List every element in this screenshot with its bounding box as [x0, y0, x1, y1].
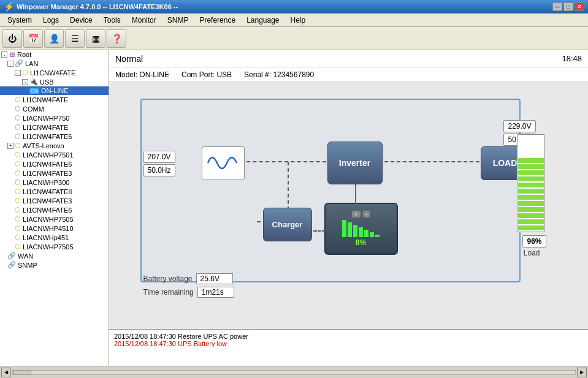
time-remaining-value: 1m21s: [197, 287, 234, 298]
liac7501-label: LIACNWHP7501: [23, 151, 74, 159]
sidebar-item-li1-4[interactable]: ⬡ LI1CNW4FATE6: [0, 132, 109, 141]
help-button[interactable]: ❓: [107, 29, 126, 48]
schedule-button[interactable]: 📅: [23, 29, 43, 48]
menu-tools[interactable]: Tools: [99, 15, 126, 26]
sidebar-item-avts[interactable]: + ⬡ AVTS-Lenovo: [0, 141, 109, 150]
minimize-button[interactable]: —: [552, 2, 562, 11]
battery-voltage-label: Battery voltage: [143, 274, 193, 283]
status-bar: Normal 18:48: [109, 50, 588, 67]
scroll-left-arrow[interactable]: ◀: [1, 368, 11, 377]
user-button[interactable]: 👤: [44, 29, 64, 48]
menu-language[interactable]: Language: [242, 15, 284, 26]
time-remaining-label: Time remaining: [143, 288, 194, 297]
li1-label-7: LI1CNW4FATE3: [23, 170, 72, 177]
scrollbar[interactable]: ◀ ▶: [0, 366, 588, 378]
sidebar-item-li1-ii[interactable]: ⬡ LI1CNW4FATEII: [0, 187, 109, 196]
serial-info: Serial #: 1234567890: [244, 70, 314, 79]
sidebar-item-li1-7[interactable]: ⬡ LI1CNW4FATE3: [0, 168, 109, 178]
li1-label-ii: LI1CNW4FATEII: [23, 188, 72, 195]
menu-system[interactable]: System: [2, 15, 37, 26]
li1-label-6: LI1CNW4FATE6: [23, 161, 72, 168]
log-entry-1: 2015/12/08 18:47:30 Restore UPS AC power: [114, 333, 583, 340]
sidebar-item-li1-1[interactable]: - ⬡ LI1CNW4FATE: [0, 68, 109, 77]
sidebar-item-liac7501[interactable]: ⬡ LIACNWHP7501: [0, 150, 109, 159]
sidebar-item-snmp[interactable]: 🔗 SNMP: [0, 260, 109, 270]
liac300-label: LIACNWHP300: [23, 179, 69, 186]
titlebar-controls[interactable]: — □ ✕: [552, 2, 584, 11]
maximize-button[interactable]: □: [563, 2, 573, 11]
comm-label: COMM: [23, 105, 44, 113]
lan-label: LAN: [25, 60, 38, 67]
sidebar-item-li1-6[interactable]: ⬡ LI1CNW4FATE6: [0, 159, 109, 168]
expand-avts[interactable]: +: [7, 143, 13, 149]
battery-voltage-value: 25.6V: [196, 273, 233, 284]
node-icon-11: ⬡: [15, 197, 21, 205]
sidebar-item-liac4510[interactable]: ⬡ LIACNWHP4510: [0, 224, 109, 233]
sidebar-item-online[interactable]: ON ON-LINE: [0, 86, 109, 95]
menu-monitor[interactable]: Monitor: [127, 15, 161, 26]
menu-preference[interactable]: Preference: [194, 15, 240, 26]
node-icon-8: ⬡: [15, 169, 21, 177]
li1-label-2: LI1CNW4FATE: [23, 96, 68, 104]
sidebar-item-liac451[interactable]: ⬡ LIACNWHp451: [0, 233, 109, 242]
liac7505-label: LIACNWHP7505: [23, 216, 74, 223]
power-button[interactable]: ⏻: [2, 29, 22, 48]
menu-device[interactable]: Device: [65, 15, 97, 26]
expand-li1[interactable]: -: [15, 70, 21, 76]
close-button[interactable]: ✕: [575, 2, 584, 11]
sidebar-item-liac750[interactable]: ⬡ LIACNWHP750: [0, 113, 109, 123]
online-label: ON-LINE: [41, 87, 69, 94]
sidebar-item-li1-2[interactable]: ⬡ LI1CNW4FATE: [0, 95, 109, 104]
scroll-right-arrow[interactable]: ▶: [577, 368, 587, 377]
sidebar-item-liac7505b[interactable]: ⬡ LIACNWHP7505: [0, 242, 109, 251]
status-time: 18:48: [562, 54, 582, 63]
sidebar-item-wan[interactable]: 🔗 WAN: [0, 251, 109, 260]
vert-line-inv-batt: [355, 184, 356, 204]
menu-logs[interactable]: Logs: [38, 15, 64, 26]
input-voltage: 207.0V: [143, 151, 175, 163]
sidebar-item-lan[interactable]: - 🔗 LAN: [0, 59, 109, 68]
root-icon: 🖥: [9, 51, 15, 58]
info-bar: Model: ON-LINE Com Port: USB Serial #: 1…: [109, 67, 588, 82]
sidebar-item-li1-3[interactable]: ⬡ LI1CNW4FATE: [0, 123, 109, 132]
grid-button[interactable]: ▦: [86, 29, 105, 48]
snmp-icon: 🔗: [7, 261, 16, 269]
wave-svg: [205, 151, 242, 175]
app-icon: ⚡: [4, 2, 14, 12]
titlebar: ⚡ Winpower Manager 4.7.0.0 -- LI1CNW4FAT…: [0, 0, 588, 13]
sidebar-item-li1-6b[interactable]: ⬡ LI1CNW4FATE6: [0, 205, 109, 214]
sidebar-item-liac7505[interactable]: ⬡ LIACNWHP7505: [0, 214, 109, 224]
snmp-label: SNMP: [18, 262, 37, 269]
scroll-thumb[interactable]: [13, 371, 31, 374]
sidebar-item-li1-3b[interactable]: ⬡ LI1CNW4FATE3: [0, 196, 109, 205]
node-icon-13: ⬡: [15, 215, 21, 223]
sidebar-item-comm[interactable]: ⬡ COMM: [0, 104, 109, 113]
node-icon-12: ⬡: [15, 206, 21, 214]
wan-label: WAN: [18, 252, 33, 260]
sidebar-item-root[interactable]: - 🖥 Root: [0, 50, 109, 59]
li1-label-3b: LI1CNW4FATE3: [23, 197, 72, 205]
liac451-label: LIACNWHp451: [23, 234, 69, 241]
li1-label-6b: LI1CNW4FATE6: [23, 206, 72, 214]
ups-box: [140, 99, 521, 282]
online-icon: ON: [29, 88, 39, 94]
node-icon-7: ⬡: [15, 160, 21, 168]
output-voltage: 229.0V: [503, 120, 535, 132]
input-freq: 50.0Hz: [143, 164, 175, 176]
log-entry-2: 2015/12/08 18:47:30 UPS Battery low: [114, 340, 583, 347]
expand-root[interactable]: -: [1, 51, 7, 58]
menu-snmp[interactable]: SNMP: [162, 15, 194, 26]
expand-usb[interactable]: -: [22, 79, 28, 85]
list-button[interactable]: ☰: [65, 29, 85, 48]
expand-lan[interactable]: -: [7, 61, 13, 67]
node-icon-15: ⬡: [15, 233, 21, 241]
battery-bars: [342, 220, 380, 237]
sidebar: - 🖥 Root - 🔗 LAN - ⬡ LI1CNW4FATE - 🔌 USB…: [0, 50, 109, 366]
battery-terminals: + -: [352, 211, 370, 217]
sidebar-item-liac300[interactable]: ⬡ LIACNWHP300: [0, 178, 109, 187]
menubar: System Logs Device Tools Monitor SNMP Pr…: [0, 13, 588, 27]
avts-icon: ⬡: [15, 142, 21, 149]
scroll-track[interactable]: [12, 370, 576, 375]
sidebar-item-usb[interactable]: - 🔌 USB: [0, 77, 109, 86]
menu-help[interactable]: Help: [286, 15, 311, 26]
